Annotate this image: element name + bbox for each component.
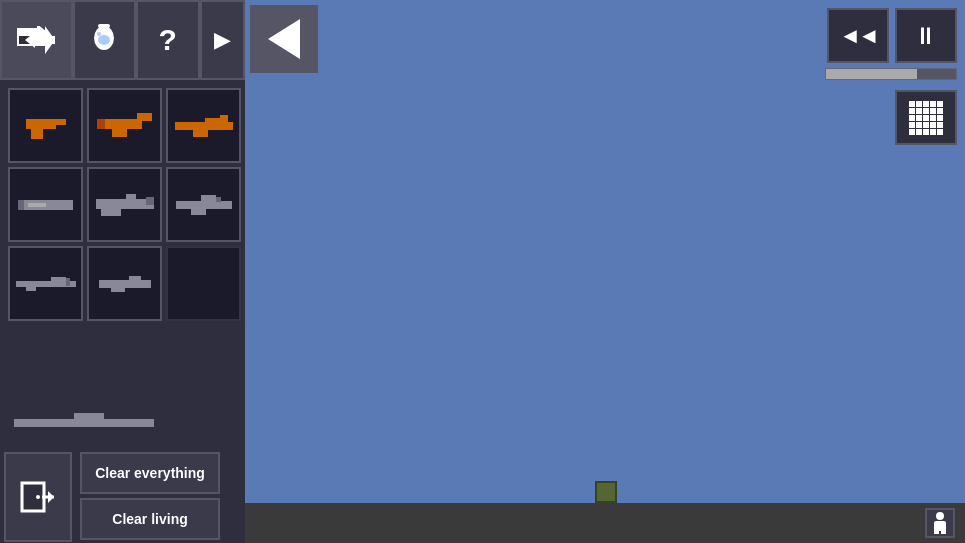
svg-rect-29 — [191, 209, 206, 215]
weapon-cell-4[interactable] — [87, 167, 162, 242]
arrow-button[interactable]: ▶ — [200, 0, 245, 80]
shotgun-icon — [18, 196, 73, 214]
svg-rect-44 — [36, 495, 40, 499]
svg-rect-48 — [941, 530, 946, 534]
swap-button[interactable] — [0, 0, 73, 80]
svg-point-8 — [97, 32, 101, 36]
bag-button[interactable] — [73, 0, 137, 80]
svg-point-45 — [936, 512, 944, 520]
weapon-cell-3[interactable] — [8, 167, 83, 242]
bag-icon — [86, 22, 122, 58]
progress-bar-fill — [826, 69, 917, 79]
weapon-cell-2[interactable] — [166, 88, 241, 163]
svg-rect-39 — [74, 413, 104, 420]
weapon-cell-empty — [166, 246, 241, 321]
question-icon: ? — [159, 23, 177, 57]
svg-rect-37 — [111, 288, 125, 292]
rewind-icon: ◄◄ — [839, 23, 877, 49]
svg-rect-34 — [66, 278, 70, 286]
lmg-icon — [96, 194, 154, 216]
pause-button[interactable]: ⏸ — [895, 8, 957, 63]
svg-rect-14 — [112, 129, 127, 137]
pause-icon: ⏸ — [914, 22, 938, 50]
svg-rect-28 — [201, 195, 216, 201]
svg-rect-33 — [26, 287, 36, 291]
assault-icon — [176, 195, 232, 215]
rewind-button[interactable]: ◄◄ — [827, 8, 889, 63]
back-arrow-icon — [268, 19, 300, 59]
svg-rect-25 — [126, 194, 136, 200]
arrow-right-icon: ▶ — [214, 27, 231, 53]
weapon-cell-6[interactable] — [8, 246, 83, 321]
svg-rect-22 — [28, 203, 46, 207]
svg-rect-36 — [129, 276, 141, 281]
svg-rect-10 — [46, 119, 66, 125]
svg-rect-47 — [934, 530, 939, 534]
progress-bar — [825, 68, 957, 80]
clear-living-button[interactable]: Clear living — [80, 498, 220, 540]
weapon-cell-5[interactable] — [166, 167, 241, 242]
svg-rect-18 — [193, 130, 208, 137]
main-area: ◄◄ ⏸ — [245, 0, 965, 543]
back-button[interactable] — [250, 5, 318, 73]
weapon-cell-7[interactable] — [87, 246, 162, 321]
clear-buttons-container: Clear everything Clear living — [80, 452, 220, 540]
svg-rect-11 — [31, 129, 43, 139]
person-svg-icon — [930, 512, 950, 534]
exit-button[interactable] — [4, 452, 72, 542]
svg-rect-21 — [18, 200, 24, 210]
green-box — [595, 481, 617, 503]
bottom-actions: Clear everything Clear living — [0, 443, 245, 543]
person-icon — [925, 508, 955, 538]
svg-rect-23 — [96, 199, 154, 209]
grid-toggle-button[interactable] — [895, 90, 957, 145]
grid-icon — [909, 101, 943, 135]
svg-rect-15 — [97, 119, 105, 129]
svg-rect-35 — [99, 280, 151, 288]
ground — [245, 503, 965, 543]
sidebar: ? ▶ — [0, 0, 245, 543]
bottom-weapon-icon — [14, 413, 174, 433]
toolbar: ? ▶ — [0, 0, 245, 80]
question-button[interactable]: ? — [136, 0, 200, 80]
exit-icon — [20, 479, 56, 515]
weapon-cell-0[interactable] — [8, 88, 83, 163]
svg-rect-38 — [14, 419, 154, 427]
svg-rect-19 — [220, 115, 228, 122]
svg-rect-30 — [216, 197, 221, 202]
screen: ? ▶ — [0, 0, 965, 543]
bottom-weapon-strip — [4, 408, 224, 438]
svg-rect-46 — [934, 521, 946, 531]
smg-icon — [97, 113, 152, 138]
pistol-icon — [21, 111, 71, 141]
svg-point-7 — [98, 35, 110, 45]
swap-icon — [17, 26, 55, 54]
carbine-icon — [99, 276, 151, 292]
svg-rect-6 — [98, 24, 110, 28]
svg-rect-13 — [137, 113, 152, 121]
svg-marker-43 — [48, 491, 54, 503]
svg-rect-24 — [101, 209, 121, 216]
svg-rect-27 — [176, 201, 232, 209]
weapon-cell-1[interactable] — [87, 88, 162, 163]
svg-rect-26 — [146, 197, 154, 205]
sniper-icon — [16, 277, 76, 291]
svg-rect-32 — [51, 277, 66, 282]
rifle-icon — [175, 115, 233, 137]
clear-everything-button[interactable]: Clear everything — [80, 452, 220, 494]
